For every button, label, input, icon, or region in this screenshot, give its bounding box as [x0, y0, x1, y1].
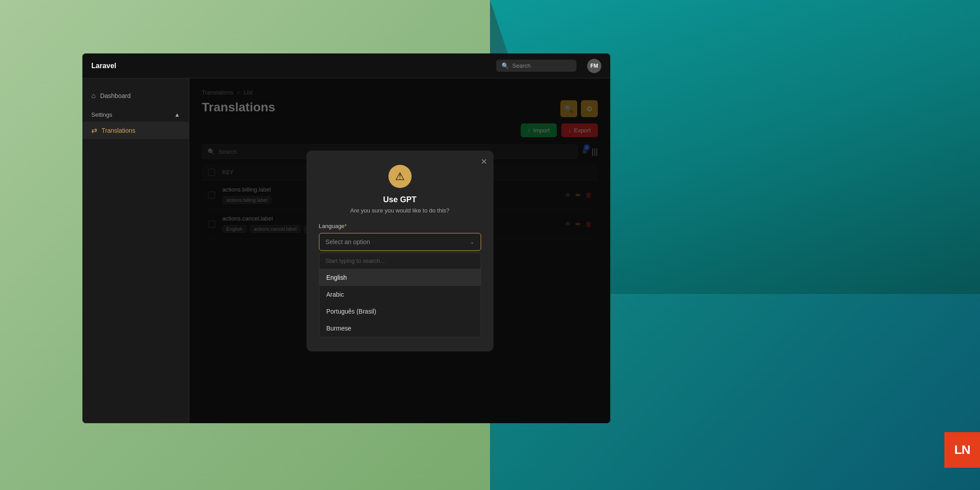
field-label: Language* [319, 223, 481, 229]
sidebar-item-translations[interactable]: ⇄ Translations [82, 122, 189, 139]
dropdown-option-english[interactable]: English [319, 269, 481, 286]
modal-icon-wrapper: ⚠ [319, 165, 481, 188]
language-field: Language* Select an option ⌄ Start typin… [319, 223, 481, 337]
chevron-up-icon: ▲ [174, 111, 180, 118]
close-icon: ✕ [481, 157, 487, 166]
app-title: Laravel [91, 62, 116, 70]
avatar: FM [587, 59, 601, 73]
home-icon: ⌂ [91, 92, 96, 100]
translations-label: Translations [102, 127, 135, 134]
topbar-search[interactable]: 🔍 Search [496, 60, 576, 72]
search-placeholder-text: Search [512, 62, 531, 69]
dropdown-search[interactable]: Start typing to search... [319, 253, 481, 269]
app-window: Laravel 🔍 Search FM ⌂ Dashboard Settings… [82, 53, 610, 423]
sidebar-dashboard-label: Dashboard [100, 92, 131, 99]
search-icon: 🔍 [502, 62, 509, 69]
language-select-wrapper: Select an option ⌄ Start typing to searc… [319, 233, 481, 337]
dropdown-option-portuguese[interactable]: Português (Brasil) [319, 303, 481, 320]
ln-badge: LN [944, 432, 980, 468]
main-content: Translations > List Translations 🔍 ⚙ ↑ I… [189, 78, 610, 423]
modal-subtitle: Are you sure you would like to do this? [319, 207, 481, 214]
language-select[interactable]: Select an option ⌄ [319, 233, 481, 251]
translations-icon: ⇄ [91, 126, 97, 135]
topbar: Laravel 🔍 Search FM [82, 53, 610, 78]
chevron-down-icon: ⌄ [470, 239, 474, 245]
modal: ✕ ⚠ Use GPT Are you sure you would like … [306, 151, 494, 351]
dropdown-option-arabic[interactable]: Arabic [319, 286, 481, 303]
settings-label: Settings [91, 111, 112, 118]
language-dropdown: Start typing to search... English Arabic… [319, 253, 481, 337]
dropdown-option-burmese[interactable]: Burmese [319, 320, 481, 337]
sidebar: ⌂ Dashboard Settings ▲ ⇄ Translations [82, 78, 189, 423]
modal-title: Use GPT [319, 195, 481, 204]
sidebar-settings-section: Settings ▲ [82, 104, 189, 122]
select-placeholder: Select an option [326, 238, 370, 245]
warning-icon: ⚠ [395, 170, 405, 183]
modal-close-button[interactable]: ✕ [481, 157, 487, 167]
required-marker: * [344, 223, 347, 229]
modal-overlay: ✕ ⚠ Use GPT Are you sure you would like … [189, 78, 610, 423]
content-area: ⌂ Dashboard Settings ▲ ⇄ Translations Tr… [82, 78, 610, 423]
modal-warning-icon: ⚠ [388, 165, 412, 188]
sidebar-item-dashboard[interactable]: ⌂ Dashboard [82, 87, 189, 104]
